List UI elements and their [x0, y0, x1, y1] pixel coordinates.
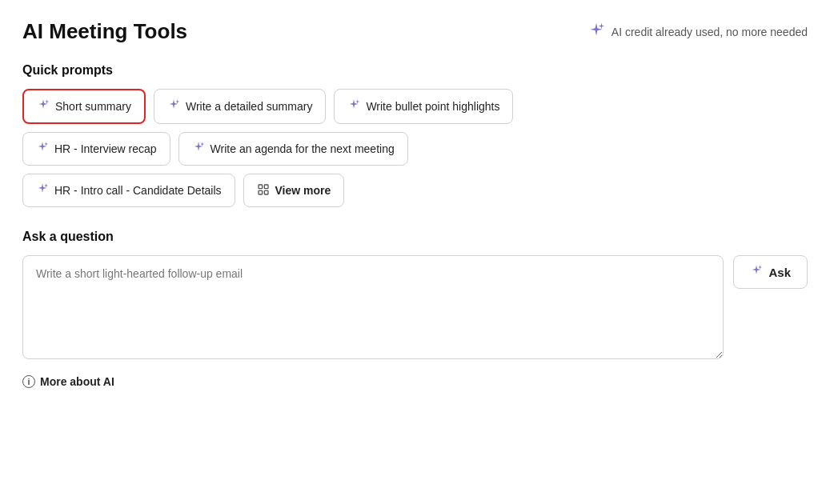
ask-button-label: Ask	[768, 266, 791, 279]
ask-button[interactable]: Ask	[733, 255, 808, 289]
grid-icon	[257, 183, 270, 198]
sparkle-icon-ask	[750, 264, 763, 280]
page-title: AI Meeting Tools	[22, 19, 187, 44]
svg-rect-2	[259, 190, 263, 194]
page-header: AI Meeting Tools AI credit already used,…	[22, 19, 808, 44]
prompt-bullet-highlights[interactable]: Write bullet point highlights	[334, 89, 513, 124]
prompt-hr-interview-label: HR - Interview recap	[54, 142, 157, 155]
ask-textarea[interactable]	[22, 255, 724, 359]
ask-section-title: Ask a question	[22, 230, 808, 244]
prompt-short-summary-label: Short summary	[55, 100, 131, 113]
ask-row: Ask	[22, 255, 808, 359]
view-more-button[interactable]: View more	[243, 174, 345, 207]
sparkle-icon-agenda	[192, 141, 205, 157]
prompt-hr-intro-call[interactable]: HR - Intro call - Candidate Details	[22, 174, 235, 207]
ask-section: Ask a question Ask	[22, 230, 808, 359]
sparkle-icon-hr-interview	[36, 141, 49, 157]
sparkle-icon-short-summary	[37, 98, 50, 114]
ai-credit-text: AI credit already used, no more needed	[611, 26, 808, 38]
sparkle-icon-detailed-summary	[167, 98, 180, 114]
prompt-row-2: HR - Interview recap Write an agenda for…	[22, 132, 808, 166]
more-about-ai-link[interactable]: i More about AI	[22, 375, 808, 388]
info-icon: i	[22, 375, 35, 388]
prompt-hr-intro-label: HR - Intro call - Candidate Details	[54, 184, 222, 197]
prompt-agenda-label: Write an agenda for the next meeting	[211, 142, 395, 155]
prompt-detailed-summary-label: Write a detailed summary	[186, 100, 312, 113]
ai-credit-info: AI credit already used, no more needed	[587, 22, 808, 42]
prompt-detailed-summary[interactable]: Write a detailed summary	[154, 89, 326, 124]
prompt-bullet-highlights-label: Write bullet point highlights	[366, 100, 499, 113]
sparkle-icon-hr-intro	[36, 182, 49, 198]
sparkle-icon-header	[587, 22, 605, 42]
sparkle-icon-bullet-highlights	[347, 98, 360, 114]
prompt-agenda-next-meeting[interactable]: Write an agenda for the next meeting	[178, 132, 408, 166]
prompt-short-summary[interactable]: Short summary	[22, 89, 146, 124]
quick-prompts-title: Quick prompts	[22, 63, 808, 78]
svg-rect-3	[264, 190, 268, 194]
view-more-label: View more	[275, 184, 331, 197]
more-about-ai-label: More about AI	[40, 375, 114, 388]
prompt-row-3: HR - Intro call - Candidate Details View…	[22, 174, 808, 207]
prompt-hr-interview-recap[interactable]: HR - Interview recap	[22, 132, 170, 166]
svg-rect-1	[264, 185, 268, 189]
quick-prompts-section: Quick prompts Short summary Write a deta…	[22, 63, 808, 207]
prompt-row-1: Short summary Write a detailed summary W…	[22, 89, 808, 124]
svg-rect-0	[259, 185, 263, 189]
